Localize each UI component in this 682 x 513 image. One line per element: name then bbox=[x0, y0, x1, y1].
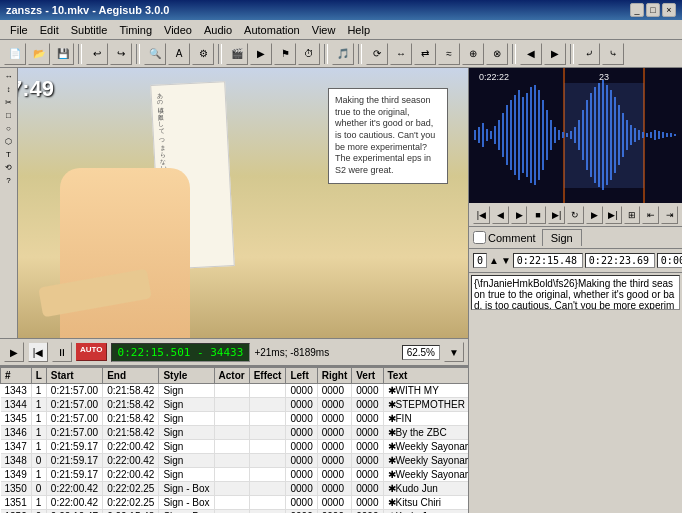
menu-view[interactable]: View bbox=[306, 22, 342, 38]
maximize-button[interactable]: □ bbox=[646, 3, 660, 17]
table-row[interactable]: 135110:22:00.420:22:02.25Sign - Box00000… bbox=[1, 496, 469, 510]
col-header-right[interactable]: Right bbox=[317, 368, 352, 384]
comment-checkbox-label[interactable]: Comment bbox=[473, 231, 536, 244]
tr-next-frame[interactable]: ▶ bbox=[586, 206, 603, 224]
video-tool-4[interactable]: □ bbox=[6, 111, 11, 120]
menu-video[interactable]: Video bbox=[158, 22, 198, 38]
toolbar-x1[interactable]: ◀ bbox=[520, 43, 542, 65]
table-row[interactable]: 134410:21:57.000:21:58.42Sign00000000000… bbox=[1, 398, 469, 412]
menu-audio[interactable]: Audio bbox=[198, 22, 238, 38]
comment-checkbox[interactable] bbox=[473, 231, 486, 244]
menu-bar: File Edit Subtitle Timing Video Audio Au… bbox=[0, 20, 682, 40]
toolbar-audio-open[interactable]: 🎵 bbox=[332, 43, 354, 65]
minimize-button[interactable]: _ bbox=[630, 3, 644, 17]
col-header-left[interactable]: Left bbox=[286, 368, 317, 384]
video-tool-8[interactable]: ⟲ bbox=[5, 163, 12, 172]
toolbar-open[interactable]: 📂 bbox=[28, 43, 50, 65]
zoom-dropdown[interactable]: ▼ bbox=[444, 342, 464, 362]
subtitle-table-container[interactable]: # L Start End Style Actor Effect Left Ri… bbox=[0, 366, 468, 513]
menu-file[interactable]: File bbox=[4, 22, 34, 38]
tr-snapping[interactable]: ⊞ bbox=[624, 206, 641, 224]
toolbar-video-close[interactable]: ▶ bbox=[250, 43, 272, 65]
toolbar-keyframes[interactable]: ⚑ bbox=[274, 43, 296, 65]
video-tool-3[interactable]: ✂ bbox=[5, 98, 12, 107]
toolbar-auto6[interactable]: ⊗ bbox=[486, 43, 508, 65]
col-header-num[interactable]: # bbox=[1, 368, 32, 384]
table-row[interactable]: 134510:21:57.000:21:58.42Sign00000000000… bbox=[1, 412, 469, 426]
table-cell: ✱Weekly Sayonara, Zetsubou-sensei Review… bbox=[383, 454, 468, 468]
table-cell: 1 bbox=[31, 412, 46, 426]
video-tool-5[interactable]: ○ bbox=[6, 124, 11, 133]
toolbar-redo[interactable]: ↪ bbox=[110, 43, 132, 65]
toolbar-properties[interactable]: ⚙ bbox=[192, 43, 214, 65]
col-header-start[interactable]: Start bbox=[46, 368, 102, 384]
menu-timing[interactable]: Timing bbox=[113, 22, 158, 38]
table-cell: Sign - Box bbox=[159, 510, 214, 514]
toolbar-video-open[interactable]: 🎬 bbox=[226, 43, 248, 65]
table-row[interactable]: 134800:21:59.170:22:00.42Sign00000000000… bbox=[1, 454, 469, 468]
col-header-actor[interactable]: Actor bbox=[214, 368, 249, 384]
pause-button[interactable]: ⏸ bbox=[52, 342, 72, 362]
duration-input[interactable] bbox=[657, 253, 682, 268]
play-button[interactable]: ▶ bbox=[4, 342, 24, 362]
tr-more1[interactable]: ⇤ bbox=[642, 206, 659, 224]
menu-subtitle[interactable]: Subtitle bbox=[65, 22, 114, 38]
video-area[interactable]: あの頃は限として つまらないですね いまはもっと良い Making the th… bbox=[0, 68, 468, 338]
video-tool-9[interactable]: ? bbox=[6, 176, 10, 185]
table-row[interactable]: 134710:21:59.170:22:00.42Sign00000000000… bbox=[1, 440, 469, 454]
tr-more2[interactable]: ⇥ bbox=[661, 206, 678, 224]
table-cell bbox=[249, 510, 286, 514]
audio-waveform[interactable]: 0:22:22 23 bbox=[469, 68, 682, 203]
toolbar-auto4[interactable]: ≈ bbox=[438, 43, 460, 65]
tr-prev-frame[interactable]: ◀ bbox=[492, 206, 509, 224]
auto-button[interactable]: AUTO bbox=[76, 343, 107, 361]
toolbar-save[interactable]: 💾 bbox=[52, 43, 74, 65]
toolbar-undo[interactable]: ↩ bbox=[86, 43, 108, 65]
menu-automation[interactable]: Automation bbox=[238, 22, 306, 38]
toolbar-y2[interactable]: ⤷ bbox=[602, 43, 624, 65]
toolbar-timecodes[interactable]: ⏱ bbox=[298, 43, 320, 65]
toolbar-new[interactable]: 📄 bbox=[4, 43, 26, 65]
video-tool-2[interactable]: ↕ bbox=[7, 85, 11, 94]
menu-help[interactable]: Help bbox=[341, 22, 376, 38]
toolbar-y1[interactable]: ⤶ bbox=[578, 43, 600, 65]
start-time-input[interactable] bbox=[513, 253, 583, 268]
col-header-l[interactable]: L bbox=[31, 368, 46, 384]
toolbar-auto5[interactable]: ⊕ bbox=[462, 43, 484, 65]
table-row[interactable]: 134910:21:59.170:22:00.42Sign00000000000… bbox=[1, 468, 469, 482]
tr-skip-end[interactable]: ▶| bbox=[605, 206, 622, 224]
toolbar-auto3[interactable]: ⇄ bbox=[414, 43, 436, 65]
table-row[interactable]: 135200:22:10.470:22:15.48Sign - Box00000… bbox=[1, 510, 469, 514]
table-row[interactable]: 135000:22:00.420:22:02.25Sign - Box00000… bbox=[1, 482, 469, 496]
toolbar-styles[interactable]: A bbox=[168, 43, 190, 65]
col-header-style[interactable]: Style bbox=[159, 368, 214, 384]
video-tool-1[interactable]: ↔ bbox=[5, 72, 13, 81]
col-header-effect[interactable]: Effect bbox=[249, 368, 286, 384]
table-cell: 1348 bbox=[1, 454, 32, 468]
subtitle-text-content[interactable]: {\fnJanieHmkBold\fs26}Making the third s… bbox=[471, 275, 680, 310]
col-header-text[interactable]: Text bbox=[383, 368, 468, 384]
video-tool-6[interactable]: ⬡ bbox=[5, 137, 12, 146]
table-cell: Sign bbox=[159, 454, 214, 468]
close-button[interactable]: × bbox=[662, 3, 676, 17]
tr-skip-start[interactable]: |◀ bbox=[473, 206, 490, 224]
frame-prev-button[interactable]: |◀ bbox=[28, 342, 48, 362]
toolbar-auto2[interactable]: ↔ bbox=[390, 43, 412, 65]
col-header-vert[interactable]: Vert bbox=[352, 368, 383, 384]
table-row[interactable]: 134310:21:57.000:21:58.42Sign00000000000… bbox=[1, 384, 469, 398]
toolbar-find[interactable]: 🔍 bbox=[144, 43, 166, 65]
col-header-end[interactable]: End bbox=[103, 368, 159, 384]
table-cell: 0000 bbox=[352, 398, 383, 412]
tr-loop[interactable]: ↻ bbox=[567, 206, 584, 224]
table-row[interactable]: 134610:21:57.000:21:58.42Sign00000000000… bbox=[1, 426, 469, 440]
tr-play-right[interactable]: ▶ bbox=[511, 206, 528, 224]
sign-tab[interactable]: Sign bbox=[542, 229, 582, 246]
tr-play-sel[interactable]: ▶| bbox=[548, 206, 565, 224]
tr-stop-right[interactable]: ■ bbox=[529, 206, 546, 224]
video-tool-7[interactable]: T bbox=[6, 150, 11, 159]
toolbar-auto1[interactable]: ⟳ bbox=[366, 43, 388, 65]
menu-edit[interactable]: Edit bbox=[34, 22, 65, 38]
svg-rect-23 bbox=[554, 127, 556, 143]
toolbar-x2[interactable]: ▶ bbox=[544, 43, 566, 65]
end-time-input[interactable] bbox=[585, 253, 655, 268]
